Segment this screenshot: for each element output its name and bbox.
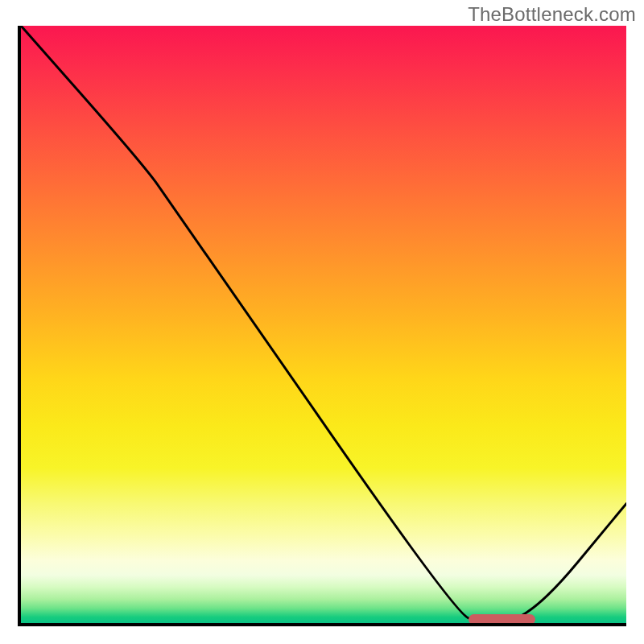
- bottleneck-curve: [21, 26, 626, 623]
- optimal-range-marker: [469, 614, 535, 625]
- plot-area: [18, 26, 626, 626]
- watermark-text: TheBottleneck.com: [468, 3, 636, 26]
- bottleneck-chart: TheBottleneck.com: [0, 0, 644, 644]
